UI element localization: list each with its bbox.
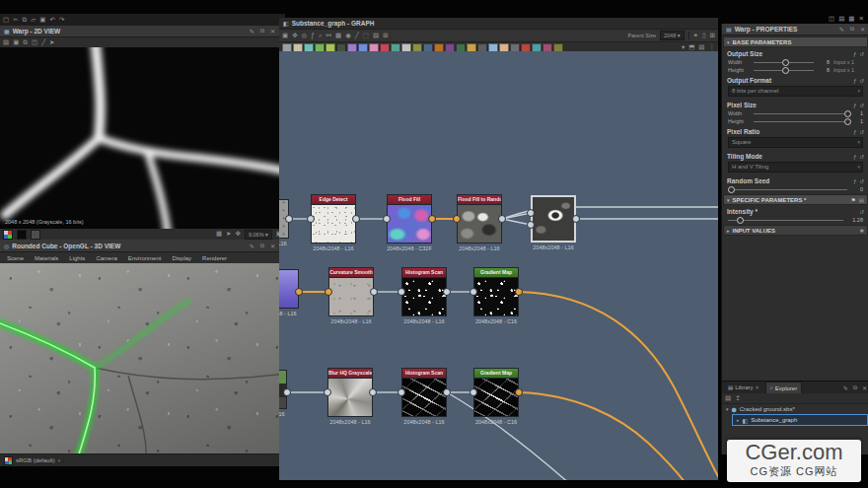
node-port[interactable]	[470, 388, 477, 396]
edit-icon[interactable]: ✎	[250, 28, 254, 35]
node-port[interactable]	[515, 388, 523, 396]
dropdown-icon[interactable]: ▾	[682, 44, 685, 51]
graph-node-gradient-map[interactable]: Gradient Map2048x2048 - C16	[473, 368, 519, 417]
copy-icon[interactable]: ⧉	[23, 17, 28, 24]
reset-icon[interactable]: ↺	[859, 78, 864, 84]
pen-icon[interactable]: ╱	[355, 33, 359, 39]
slider-track[interactable]	[754, 62, 814, 63]
grid-icon[interactable]: ▦	[216, 231, 222, 238]
slider-knob[interactable]	[782, 67, 789, 74]
package-tree-item[interactable]: ▾ ⬢ Cracked ground.sbs*	[722, 404, 868, 414]
menu-environment[interactable]: Environment	[128, 255, 162, 261]
tab-explorer[interactable]: ⌕ Explorer	[765, 382, 802, 393]
copy-image-icon[interactable]: ⧉	[23, 39, 28, 46]
node-port[interactable]	[498, 215, 506, 223]
node-port[interactable]	[370, 288, 378, 296]
graph-node-histogram-scan[interactable]: Histogram Scan2048x2048 - L16	[401, 267, 447, 316]
node-port[interactable]	[324, 388, 331, 396]
menu-lights[interactable]: Lights	[69, 255, 85, 261]
slider-track[interactable]	[754, 121, 847, 122]
graph-canvas[interactable]: 2048x2048 - L16Edge Detect2048x2048 - L1…	[279, 51, 718, 480]
graph-node-edge-detect[interactable]: Edge Detect2048x2048 - L16	[311, 194, 356, 244]
snap-grid-icon[interactable]: ▦	[335, 33, 341, 39]
view-3d-viewport[interactable]	[0, 263, 279, 453]
redo-icon[interactable]: ↷	[59, 17, 64, 24]
float-icon[interactable]: ⧉	[260, 28, 264, 35]
node-port[interactable]	[428, 215, 436, 223]
function-icon[interactable]: ƒ	[311, 33, 315, 39]
node-port[interactable]	[352, 215, 360, 223]
tab-library[interactable]: ▤ Library ✕	[724, 383, 763, 393]
slider-knob[interactable]	[737, 217, 744, 224]
float-icon[interactable]: ⧉	[850, 26, 854, 33]
function-icon[interactable]: ƒ	[853, 129, 856, 135]
node-port[interactable]	[470, 288, 477, 296]
node-port[interactable]	[283, 388, 291, 396]
graph-node-flood-fill[interactable]: Flood Fill2048x2048 - C32F	[387, 194, 432, 244]
close-icon[interactable]: ✕	[270, 28, 275, 35]
preset-icon[interactable]: ▤	[859, 197, 864, 203]
node-port[interactable]	[369, 388, 377, 396]
close-icon[interactable]: ✕	[756, 384, 760, 390]
node-port[interactable]	[443, 288, 451, 296]
expand-icon[interactable]: ▾	[726, 406, 729, 412]
dock-grid-icon[interactable]: ▦	[848, 16, 854, 23]
random-seed-slider[interactable]: 0	[722, 185, 868, 193]
layout-icon[interactable]: ▤	[373, 33, 379, 39]
close-icon[interactable]: ✕	[858, 16, 863, 23]
cursor-icon[interactable]: ➤	[226, 231, 231, 238]
window-icon[interactable]: ▯	[702, 33, 706, 39]
section-input-values[interactable]: ▸ INPUT VALUES ✱	[723, 225, 868, 236]
gear-icon[interactable]: ✱	[859, 228, 864, 234]
graph-header[interactable]: ◧ Substance_graph - GRAPH	[279, 18, 718, 30]
close-icon[interactable]: ✕	[270, 243, 275, 249]
node-port[interactable]	[443, 388, 451, 396]
background-gray-icon[interactable]	[31, 230, 40, 240]
slider-track[interactable]	[728, 220, 843, 221]
link-mode-icon[interactable]: ⚭	[693, 33, 698, 39]
edit-icon[interactable]: ✎	[250, 243, 254, 249]
function-icon[interactable]: ƒ	[853, 51, 856, 57]
view-3d-header[interactable]: ◎ Rounded Cube - OpenGL - 3D VIEW ✎ ⧉ ✕	[0, 240, 279, 252]
node-port[interactable]	[515, 288, 523, 296]
output-size-height-slider[interactable]: Height 8 Input x 1	[722, 66, 868, 74]
float-icon[interactable]: ⧉	[260, 243, 264, 249]
float-icon[interactable]: ⧉	[853, 384, 857, 391]
tangent-tool-icon[interactable]: ╱	[41, 39, 45, 46]
graph-tree-item-selected[interactable]: ▸ ◧ Substance_graph	[732, 414, 868, 426]
graph-node-histogram-scan[interactable]: Histogram Scan2048x2048 - L16	[401, 368, 447, 417]
intensity-slider[interactable]: 1.28	[722, 216, 868, 224]
list-icon[interactable]: ▤	[698, 44, 704, 51]
node-port[interactable]	[285, 215, 293, 223]
menu-materials[interactable]: Materials	[35, 255, 58, 261]
pixel-ratio-dropdown[interactable]: Square	[728, 137, 863, 148]
search-icon[interactable]: ⌕	[319, 33, 323, 39]
function-icon[interactable]: ƒ	[853, 178, 856, 184]
node-port[interactable]	[398, 288, 405, 296]
view-2d-header[interactable]: ▦ Warp - 2D VIEW ✎ ⧉ ✕	[0, 26, 279, 37]
save-image-icon[interactable]: ▤	[3, 39, 9, 46]
open-folder-icon[interactable]: ▱	[31, 17, 36, 24]
edit-icon[interactable]: ✎	[839, 26, 844, 33]
grid-icon[interactable]: ⊞	[710, 33, 715, 39]
slider-track[interactable]	[754, 70, 814, 71]
record-icon[interactable]: ◉	[345, 33, 351, 39]
pan-icon[interactable]: ✥	[235, 231, 240, 238]
background-black-icon[interactable]	[17, 230, 27, 240]
pin-icon[interactable]: ⬒	[688, 44, 694, 51]
function-icon[interactable]: ƒ	[853, 103, 856, 108]
frame-all-icon[interactable]: ▣	[282, 33, 288, 39]
node-port[interactable]	[572, 215, 580, 223]
slider-knob[interactable]	[728, 186, 735, 193]
graph-node-blur-hq-grayscale[interactable]: Blur HQ Grayscale2048x2048 - L16	[327, 368, 373, 417]
compare-icon[interactable]: ◫	[32, 39, 37, 46]
node-port[interactable]	[453, 215, 461, 223]
graph-node-flood-fill-to-random-gr[interactable]: Flood Fill to Random Gr...2048x2048 - L1…	[457, 194, 502, 244]
function-icon[interactable]: ƒ	[853, 154, 856, 160]
close-icon[interactable]: ✕	[862, 384, 867, 391]
dock-layout-icon[interactable]: ◫	[829, 16, 834, 23]
move-icon[interactable]: ✥	[292, 33, 297, 39]
node-port[interactable]	[383, 215, 391, 223]
close-icon[interactable]: ✕	[860, 26, 865, 33]
new-package-icon[interactable]: ▢	[3, 17, 9, 24]
